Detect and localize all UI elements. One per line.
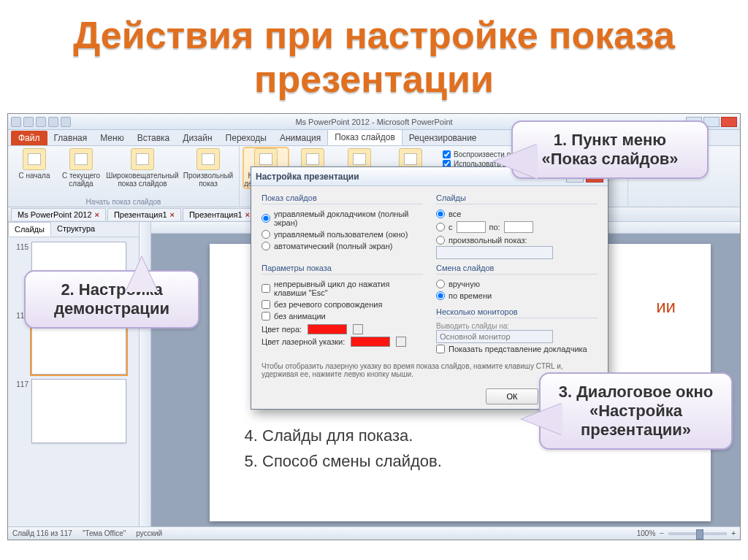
close-icon[interactable]: × [245, 210, 250, 219]
ribbon-tab[interactable]: Анимация [273, 131, 327, 145]
pen-color-swatch[interactable] [308, 324, 347, 334]
ribbon-tab-selected[interactable]: Показ слайдов [327, 129, 402, 145]
ribbon-tab[interactable]: Меню [94, 131, 130, 145]
list-item: Способ смены слайдов. [262, 448, 442, 474]
radio-range[interactable]: с по: [436, 220, 598, 234]
laser-color-swatch[interactable] [351, 337, 390, 347]
callout-1: 1. Пункт меню «Показ слайдов» [511, 120, 709, 179]
quick-access-toolbar[interactable] [11, 117, 71, 127]
ribbon-tab[interactable]: Переходы [219, 131, 273, 145]
laser-color-row: Цвет лазерной указки: [262, 337, 423, 347]
spinner-from[interactable] [457, 221, 486, 233]
dropdown-icon[interactable] [353, 324, 363, 334]
file-tab[interactable]: Файл [11, 131, 47, 145]
close-icon[interactable]: × [95, 210, 99, 219]
ribbon-tab[interactable]: Рецензирование [402, 131, 484, 145]
callout-2: 2. Настройка демонстрации [24, 270, 199, 329]
doc-tab[interactable]: Презентация1× [183, 208, 256, 220]
statusbar: Слайд 116 из 117 "Тема Office" русский 1… [8, 526, 740, 540]
slides-panel: СлайдыСтруктура 115 116 117 [8, 222, 140, 526]
doc-tab[interactable]: Ms PowerPoint 2012× [11, 208, 106, 220]
thumb[interactable]: 117 [12, 379, 134, 443]
ribbon-group-start: С начала С текущего слайда Широковещател… [8, 146, 240, 207]
page-title: Действия при настройке показа презентаци… [0, 13, 748, 101]
section-slides: Слайды все с по: произвольный показ: [436, 193, 598, 259]
zoom-control[interactable]: 100% −+ [637, 529, 736, 537]
close-icon[interactable]: × [170, 210, 175, 219]
radio-custom[interactable]: произвольный показ: [436, 234, 598, 246]
ribbon-tab[interactable]: Главная [47, 131, 94, 145]
status-slide: Слайд 116 из 117 [12, 529, 72, 537]
select-custom-show[interactable] [436, 246, 553, 259]
chk-no-narration[interactable]: без речевого сопровождения [262, 299, 423, 310]
tab-outline[interactable]: Структура [51, 222, 101, 237]
section-change: Смена слайдов вручную по времени Несколь… [436, 264, 598, 355]
dialog-title: Настройка презентации [256, 172, 359, 182]
btn-from-current[interactable]: С текущего слайда [59, 148, 103, 188]
section-params: Параметры показа непрерывный цикл до наж… [262, 264, 423, 355]
status-theme: "Тема Office" [83, 529, 126, 537]
chk-loop[interactable]: непрерывный цикл до нажатия клавиши "Esc… [262, 278, 423, 299]
chk-presenter-view[interactable]: Показать представление докладчика [436, 343, 598, 355]
tab-slides[interactable]: Слайды [8, 222, 51, 237]
window-title: Ms PowerPoint 2012 - Microsoft PowerPoin… [295, 118, 452, 126]
section-show-type: Показ слайдов управляемый докладчиком (п… [262, 193, 423, 259]
ok-button[interactable]: ОК [486, 388, 538, 404]
status-lang: русский [136, 529, 162, 537]
ribbon-tab[interactable]: Дизайн [176, 131, 218, 145]
btn-broadcast[interactable]: Широковещательный показ слайдов [106, 148, 179, 188]
dropdown-icon[interactable] [396, 337, 406, 347]
ribbon-tab[interactable]: Вставка [131, 131, 177, 145]
btn-from-start[interactable]: С начала [12, 148, 56, 188]
spinner-to[interactable] [504, 221, 533, 233]
radio-presenter[interactable]: управляемый докладчиком (полный экран) [262, 208, 423, 229]
radio-timed[interactable]: по времени [436, 290, 598, 302]
slide-list: Слайды для показа. Способ смены слайдов. [262, 423, 442, 474]
doc-tab[interactable]: Презентация1× [107, 208, 181, 220]
select-monitor[interactable]: Основной монитор [436, 330, 553, 343]
btn-custom-show[interactable]: Произвольный показ [182, 148, 234, 188]
pen-color-row: Цвет пера: [262, 324, 423, 334]
callout-3: 3. Диалоговое окно «Настройка презентаци… [539, 372, 733, 450]
radio-user[interactable]: управляемый пользователем (окно) [262, 229, 423, 240]
radio-all[interactable]: все [436, 208, 598, 220]
radio-kiosk[interactable]: автоматический (полный экран) [262, 240, 423, 252]
chk-no-animation[interactable]: без анимации [262, 310, 423, 322]
list-item: Слайды для показа. [262, 423, 442, 448]
radio-manual[interactable]: вручную [436, 278, 598, 290]
slide-text-fragment: ии [656, 296, 676, 317]
group-caption: Начать показ слайдов [12, 198, 234, 206]
